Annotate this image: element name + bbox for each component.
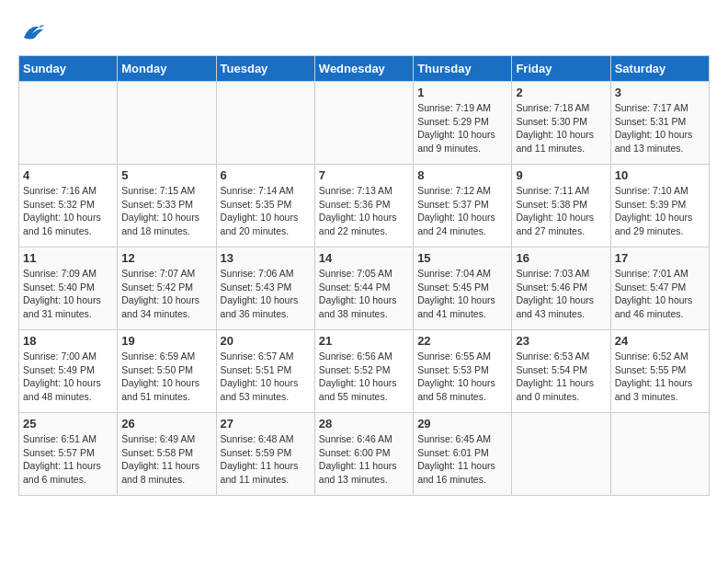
calendar-cell (216, 82, 314, 165)
weekday-header-wednesday: Wednesday (314, 56, 413, 82)
day-number: 15 (417, 251, 507, 265)
calendar-cell: 19Sunrise: 6:59 AM Sunset: 5:50 PM Dayli… (118, 330, 216, 413)
calendar-cell: 22Sunrise: 6:55 AM Sunset: 5:53 PM Dayli… (414, 330, 512, 413)
calendar-week-row: 1Sunrise: 7:19 AM Sunset: 5:29 PM Daylig… (19, 82, 710, 165)
calendar-cell (118, 82, 216, 165)
day-number: 6 (221, 168, 311, 182)
day-info: Sunrise: 6:46 AM Sunset: 6:00 PM Dayligh… (319, 432, 409, 487)
day-number: 24 (615, 334, 705, 348)
day-info: Sunrise: 7:14 AM Sunset: 5:35 PM Dayligh… (221, 184, 311, 238)
calendar-cell: 20Sunrise: 6:57 AM Sunset: 5:51 PM Dayli… (216, 330, 314, 413)
calendar-cell: 14Sunrise: 7:05 AM Sunset: 5:44 PM Dayli… (314, 247, 413, 330)
calendar-cell (314, 82, 413, 165)
calendar-cell: 3Sunrise: 7:17 AM Sunset: 5:31 PM Daylig… (610, 82, 709, 165)
calendar-cell (512, 413, 610, 496)
day-info: Sunrise: 6:56 AM Sunset: 5:52 PM Dayligh… (319, 350, 409, 404)
calendar-cell: 16Sunrise: 7:03 AM Sunset: 5:46 PM Dayli… (512, 247, 610, 330)
day-info: Sunrise: 6:49 AM Sunset: 5:58 PM Dayligh… (121, 432, 211, 487)
day-info: Sunrise: 6:55 AM Sunset: 5:53 PM Dayligh… (417, 350, 507, 404)
day-info: Sunrise: 6:52 AM Sunset: 5:55 PM Dayligh… (615, 350, 705, 404)
logo (18, 18, 50, 46)
calendar-cell: 11Sunrise: 7:09 AM Sunset: 5:40 PM Dayli… (19, 247, 118, 330)
weekday-header-sunday: Sunday (19, 56, 118, 82)
day-info: Sunrise: 7:06 AM Sunset: 5:43 PM Dayligh… (221, 267, 311, 321)
day-info: Sunrise: 6:53 AM Sunset: 5:54 PM Dayligh… (516, 350, 606, 404)
day-number: 20 (221, 334, 311, 348)
day-number: 19 (121, 334, 211, 348)
calendar-cell: 17Sunrise: 7:01 AM Sunset: 5:47 PM Dayli… (610, 247, 709, 330)
calendar-week-row: 25Sunrise: 6:51 AM Sunset: 5:57 PM Dayli… (19, 413, 710, 496)
day-info: Sunrise: 6:51 AM Sunset: 5:57 PM Dayligh… (23, 432, 113, 487)
day-info: Sunrise: 6:45 AM Sunset: 6:01 PM Dayligh… (417, 432, 507, 487)
weekday-header-friday: Friday (512, 56, 610, 82)
calendar-cell: 5Sunrise: 7:15 AM Sunset: 5:33 PM Daylig… (118, 165, 216, 247)
calendar-cell: 7Sunrise: 7:13 AM Sunset: 5:36 PM Daylig… (314, 165, 413, 247)
day-info: Sunrise: 7:09 AM Sunset: 5:40 PM Dayligh… (23, 267, 113, 321)
day-number: 9 (516, 168, 606, 182)
calendar-cell: 18Sunrise: 7:00 AM Sunset: 5:49 PM Dayli… (19, 330, 118, 413)
day-number: 18 (23, 334, 113, 348)
day-number: 4 (23, 168, 113, 182)
calendar-cell: 23Sunrise: 6:53 AM Sunset: 5:54 PM Dayli… (512, 330, 610, 413)
day-number: 28 (319, 417, 409, 431)
calendar-cell: 28Sunrise: 6:46 AM Sunset: 6:00 PM Dayli… (314, 413, 413, 496)
day-number: 8 (417, 168, 507, 182)
weekday-header-monday: Monday (118, 56, 216, 82)
calendar-cell (19, 82, 118, 165)
calendar-cell: 29Sunrise: 6:45 AM Sunset: 6:01 PM Dayli… (414, 413, 512, 496)
day-info: Sunrise: 7:05 AM Sunset: 5:44 PM Dayligh… (319, 267, 409, 321)
day-info: Sunrise: 7:19 AM Sunset: 5:29 PM Dayligh… (417, 101, 507, 155)
calendar-cell: 25Sunrise: 6:51 AM Sunset: 5:57 PM Dayli… (19, 413, 118, 496)
calendar-cell: 10Sunrise: 7:10 AM Sunset: 5:39 PM Dayli… (610, 165, 709, 247)
weekday-header-saturday: Saturday (610, 56, 709, 82)
day-number: 27 (221, 417, 311, 431)
day-info: Sunrise: 7:03 AM Sunset: 5:46 PM Dayligh… (516, 267, 606, 321)
day-info: Sunrise: 6:59 AM Sunset: 5:50 PM Dayligh… (121, 350, 211, 404)
day-number: 21 (319, 334, 409, 348)
weekday-header-row: SundayMondayTuesdayWednesdayThursdayFrid… (19, 56, 710, 82)
calendar-cell: 13Sunrise: 7:06 AM Sunset: 5:43 PM Dayli… (216, 247, 314, 330)
calendar-cell (610, 413, 709, 496)
day-info: Sunrise: 7:13 AM Sunset: 5:36 PM Dayligh… (319, 184, 409, 238)
day-info: Sunrise: 7:04 AM Sunset: 5:45 PM Dayligh… (417, 267, 507, 321)
day-info: Sunrise: 6:48 AM Sunset: 5:59 PM Dayligh… (221, 432, 311, 487)
calendar-week-row: 4Sunrise: 7:16 AM Sunset: 5:32 PM Daylig… (19, 165, 710, 247)
day-info: Sunrise: 7:17 AM Sunset: 5:31 PM Dayligh… (615, 101, 705, 155)
day-number: 7 (319, 168, 409, 182)
logo-bird-icon (18, 18, 46, 46)
calendar-cell: 15Sunrise: 7:04 AM Sunset: 5:45 PM Dayli… (414, 247, 512, 330)
day-number: 26 (121, 417, 211, 431)
calendar-cell: 27Sunrise: 6:48 AM Sunset: 5:59 PM Dayli… (216, 413, 314, 496)
day-number: 13 (221, 251, 311, 265)
calendar-cell: 4Sunrise: 7:16 AM Sunset: 5:32 PM Daylig… (19, 165, 118, 247)
day-number: 10 (615, 168, 705, 182)
day-number: 3 (615, 86, 705, 99)
calendar-cell: 26Sunrise: 6:49 AM Sunset: 5:58 PM Dayli… (118, 413, 216, 496)
day-number: 1 (417, 86, 507, 99)
calendar-cell: 24Sunrise: 6:52 AM Sunset: 5:55 PM Dayli… (610, 330, 709, 413)
day-info: Sunrise: 7:01 AM Sunset: 5:47 PM Dayligh… (615, 267, 705, 321)
day-info: Sunrise: 7:07 AM Sunset: 5:42 PM Dayligh… (121, 267, 211, 321)
day-number: 14 (319, 251, 409, 265)
day-number: 29 (417, 417, 507, 431)
calendar-cell: 6Sunrise: 7:14 AM Sunset: 5:35 PM Daylig… (216, 165, 314, 247)
day-info: Sunrise: 7:18 AM Sunset: 5:30 PM Dayligh… (516, 101, 606, 155)
calendar-cell: 21Sunrise: 6:56 AM Sunset: 5:52 PM Dayli… (314, 330, 413, 413)
day-number: 11 (23, 251, 113, 265)
day-number: 16 (516, 251, 606, 265)
day-info: Sunrise: 7:12 AM Sunset: 5:37 PM Dayligh… (417, 184, 507, 238)
calendar-cell: 9Sunrise: 7:11 AM Sunset: 5:38 PM Daylig… (512, 165, 610, 247)
day-info: Sunrise: 7:16 AM Sunset: 5:32 PM Dayligh… (23, 184, 113, 238)
calendar-table: SundayMondayTuesdayWednesdayThursdayFrid… (18, 55, 710, 496)
day-info: Sunrise: 7:11 AM Sunset: 5:38 PM Dayligh… (516, 184, 606, 238)
weekday-header-tuesday: Tuesday (216, 56, 314, 82)
day-info: Sunrise: 7:15 AM Sunset: 5:33 PM Dayligh… (121, 184, 211, 238)
day-number: 5 (121, 168, 211, 182)
weekday-header-thursday: Thursday (414, 56, 512, 82)
page-header (18, 18, 710, 46)
day-info: Sunrise: 6:57 AM Sunset: 5:51 PM Dayligh… (221, 350, 311, 404)
day-number: 23 (516, 334, 606, 348)
day-number: 22 (417, 334, 507, 348)
calendar-cell: 12Sunrise: 7:07 AM Sunset: 5:42 PM Dayli… (118, 247, 216, 330)
calendar-cell: 1Sunrise: 7:19 AM Sunset: 5:29 PM Daylig… (414, 82, 512, 165)
